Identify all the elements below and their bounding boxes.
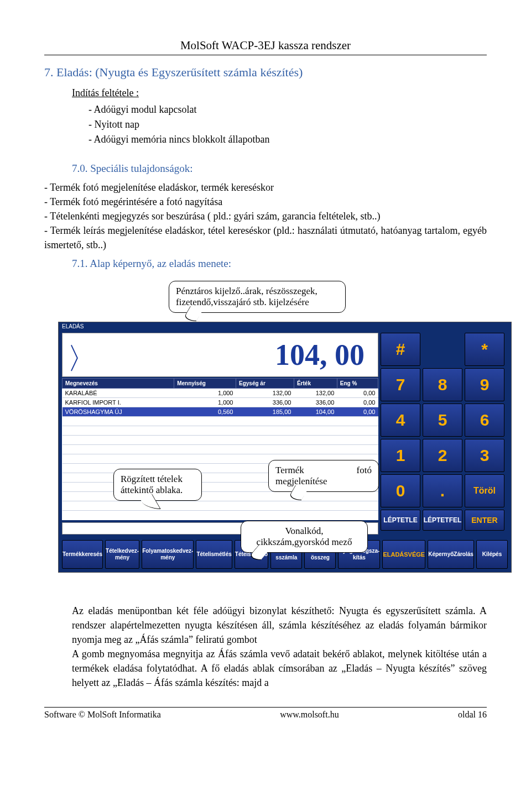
keypad: # * 7 8 9 4 5 6 1 2 3 0 . Töröl LÉPTETLE — [381, 333, 508, 531]
key-clear[interactable]: Töröl — [465, 474, 504, 507]
table-row[interactable]: KARALÁBÉ1,000132,00132,000,00 — [63, 389, 378, 398]
key-4[interactable]: 4 — [381, 404, 420, 437]
btn-lock-screen[interactable]: KépernyőZárolás — [428, 540, 474, 569]
col-name: Megnevezés — [63, 379, 174, 389]
col-eng: Eng % — [337, 379, 378, 389]
bullet: - Adóügyi memória nincs blokkolt állapot… — [88, 132, 487, 147]
table-row-selected[interactable]: VÖRÖSHAGYMA ÚJ0,560185,00104,000,00 — [63, 407, 378, 417]
btn-cont-discount[interactable]: Folyamatoskedvez-mény — [142, 540, 194, 569]
key-star[interactable]: * — [465, 333, 504, 366]
items-table: Megnevezés Mennyiség Egység ár Érték Eng… — [62, 378, 378, 520]
key-0[interactable]: 0 — [381, 474, 420, 507]
key-enter[interactable]: ENTER — [465, 510, 504, 531]
callout-barcode: Vonalkód, cikkszám,gyorskód mező — [241, 521, 368, 553]
key-8[interactable]: 8 — [423, 368, 462, 401]
window-title: ELADÁS — [59, 322, 511, 331]
page-header: MolSoft WACP-3EJ kassza rendszer — [44, 39, 487, 53]
body-text: Az eladás menüpontban két féle adóügyi b… — [72, 604, 487, 690]
col-val: Érték — [294, 379, 337, 389]
chevron-icon: 〉 — [67, 339, 97, 379]
table-row[interactable] — [63, 426, 378, 436]
btn-exit[interactable]: Kilépés — [476, 540, 508, 569]
callout-display: Pénztáros kijelző..árak, részösszegek, f… — [169, 281, 346, 313]
btn-end-sale[interactable]: ELADÁSVÉGE — [382, 540, 425, 569]
callout-items: Rögzített tételek áttekintő ablaka. — [113, 469, 202, 501]
key-dot[interactable]: . — [423, 474, 462, 507]
subsection-heading: 7.1. Alap képernyő, az eladás menete: — [72, 258, 487, 270]
table-row[interactable] — [63, 492, 378, 501]
key-7[interactable]: 7 — [381, 368, 420, 401]
col-unit: Egység ár — [236, 379, 294, 389]
pos-screenshot: Pénztáros kijelző..árak, részösszegek, f… — [58, 322, 487, 573]
key-2[interactable]: 2 — [423, 439, 462, 472]
key-blank — [423, 333, 462, 366]
key-up[interactable]: LÉPTETFEL — [423, 510, 462, 531]
key-6[interactable]: 6 — [465, 404, 504, 437]
key-down[interactable]: LÉPTETLE — [381, 510, 420, 531]
table-row[interactable] — [63, 417, 378, 426]
callout-photo: Termék fotó megjelenítése — [268, 460, 379, 492]
footer-left: Software © MolSoft Informatika — [44, 710, 161, 720]
key-hash[interactable]: # — [381, 333, 420, 366]
table-row[interactable] — [63, 436, 378, 445]
btn-item-discount[interactable]: Tételkedvez-mény — [105, 540, 139, 569]
table-row[interactable] — [63, 445, 378, 454]
bullet: - Adóügyi modul kapcsolat — [88, 102, 487, 117]
key-5[interactable]: 5 — [423, 404, 462, 437]
key-9[interactable]: 9 — [465, 368, 504, 401]
feature-list: - Termék fotó megjelenítése eladáskor, t… — [44, 180, 487, 252]
footer-center: www.molsoft.hu — [280, 710, 339, 720]
section-heading: 7. Eladás: (Nyugta és Egyszerűsített szá… — [44, 65, 487, 80]
table-row[interactable] — [63, 511, 378, 520]
price-display: 〉 104, 00 — [62, 333, 378, 377]
start-conditions-title: Indítás feltétele : — [72, 87, 487, 99]
key-3[interactable]: 3 — [465, 439, 504, 472]
btn-repeat[interactable]: Tételismétlés — [196, 540, 232, 569]
table-row[interactable] — [63, 501, 378, 511]
bullet: - Nyitott nap — [88, 117, 487, 132]
col-qty: Mennyiség — [174, 379, 236, 389]
footer-right: oldal 16 — [458, 710, 487, 720]
key-1[interactable]: 1 — [381, 439, 420, 472]
subsection-heading: 7.0. Speciális tulajdonságok: — [72, 163, 487, 175]
table-row[interactable]: KARFIOL IMPORT I.1,000336,00336,000,00 — [63, 398, 378, 407]
btn-product-search[interactable]: Termékkeresés — [62, 540, 103, 569]
